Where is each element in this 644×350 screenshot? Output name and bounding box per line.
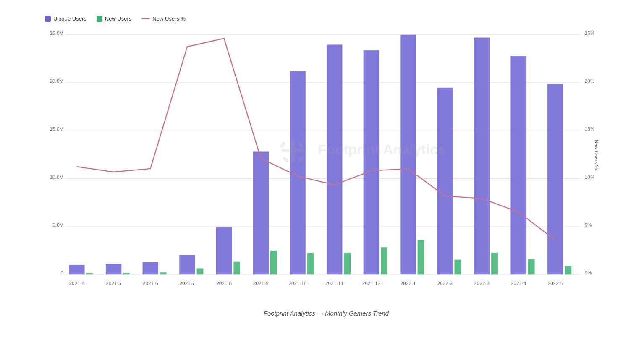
svg-text:2021-8: 2021-8 xyxy=(216,280,232,286)
svg-text:2021-4: 2021-4 xyxy=(69,280,84,286)
svg-rect-36 xyxy=(282,149,290,152)
legend-new-users-pct: New Users % xyxy=(141,16,186,22)
bar-unique-2021-6 xyxy=(143,262,158,275)
bar-new-2021-10 xyxy=(307,253,314,274)
svg-text:2021-12: 2021-12 xyxy=(362,280,380,286)
svg-text:2021-10: 2021-10 xyxy=(288,280,307,286)
bar-new-2022-1 xyxy=(418,240,424,274)
bar-new-2021-9 xyxy=(270,251,277,274)
svg-text:15%: 15% xyxy=(585,126,595,132)
svg-text:15.0M: 15.0M xyxy=(50,126,63,132)
svg-text:0%: 0% xyxy=(585,270,592,276)
bar-new-2021-8 xyxy=(233,262,240,275)
svg-text:New Users %: New Users % xyxy=(594,140,599,170)
svg-text:5.0M: 5.0M xyxy=(52,222,63,228)
svg-point-33 xyxy=(290,147,296,154)
chart-container: Unique Users New Users New Users % 0 5.0… xyxy=(11,7,633,343)
svg-text:10.0M: 10.0M xyxy=(50,174,63,180)
bar-new-2021-4 xyxy=(86,273,93,274)
legend-swatch-new-users-pct xyxy=(141,18,150,19)
svg-rect-37 xyxy=(296,149,305,152)
legend-label-new-users-pct: New Users % xyxy=(152,16,186,22)
svg-text:25%: 25% xyxy=(585,30,595,36)
bar-new-2022-3 xyxy=(491,253,498,274)
bar-unique-2022-5 xyxy=(547,84,563,274)
bar-new-2021-7 xyxy=(197,268,204,274)
legend-unique-users: Unique Users xyxy=(45,16,86,22)
chart-area: 0 5.0M 10.0M 15.0M 20.0M 25.0M 0% 5% 10%… xyxy=(45,29,607,306)
svg-text:2022-1: 2022-1 xyxy=(401,280,416,286)
bar-unique-2021-9 xyxy=(253,152,269,275)
svg-text:2021-6: 2021-6 xyxy=(143,280,158,286)
bar-unique-2021-12 xyxy=(364,50,379,274)
bar-new-2022-4 xyxy=(528,259,535,274)
svg-text:2021-9: 2021-9 xyxy=(253,280,269,286)
legend-new-users: New Users xyxy=(97,16,132,22)
bar-new-2021-5 xyxy=(123,273,130,274)
svg-text:2022-4: 2022-4 xyxy=(511,280,526,286)
svg-text:10%: 10% xyxy=(585,174,595,180)
svg-text:0: 0 xyxy=(61,270,64,276)
svg-text:2022-5: 2022-5 xyxy=(547,280,563,286)
svg-text:5%: 5% xyxy=(585,222,592,228)
legend-swatch-new-users xyxy=(97,16,102,22)
bar-new-2022-5 xyxy=(565,266,572,274)
legend-label-unique-users: Unique Users xyxy=(53,16,86,22)
svg-rect-38 xyxy=(279,141,286,149)
svg-text:20%: 20% xyxy=(585,78,595,84)
legend-label-new-users: New Users xyxy=(105,16,132,22)
svg-text:2021-5: 2021-5 xyxy=(106,280,121,286)
bar-unique-2022-2 xyxy=(437,88,453,274)
svg-text:25.0M: 25.0M xyxy=(50,30,63,36)
bar-new-2022-2 xyxy=(454,260,461,274)
bar-unique-2021-11 xyxy=(327,44,342,274)
bar-new-2021-6 xyxy=(160,272,167,274)
bar-new-2021-11 xyxy=(344,253,351,274)
svg-rect-35 xyxy=(291,154,295,162)
chart-svg: 0 5.0M 10.0M 15.0M 20.0M 25.0M 0% 5% 10%… xyxy=(45,29,607,306)
svg-rect-40 xyxy=(282,156,289,163)
bar-unique-2021-8 xyxy=(216,227,232,274)
bar-unique-2021-10 xyxy=(290,71,305,274)
chart-title: Footprint Analytics — Monthly Gamers Tre… xyxy=(45,310,607,317)
bar-unique-2022-4 xyxy=(510,56,526,274)
legend-swatch-unique-users xyxy=(45,16,51,22)
svg-text:Footprint Analytics: Footprint Analytics xyxy=(318,142,445,157)
svg-text:20.0M: 20.0M xyxy=(50,78,63,84)
bar-unique-2022-3 xyxy=(474,38,490,275)
chart-legend: Unique Users New Users New Users % xyxy=(45,16,607,22)
bar-new-2021-12 xyxy=(381,247,387,274)
svg-text:2021-11: 2021-11 xyxy=(325,280,343,286)
svg-text:2022-2: 2022-2 xyxy=(437,280,453,286)
svg-text:2021-7: 2021-7 xyxy=(180,280,195,286)
svg-text:2022-3: 2022-3 xyxy=(474,280,490,286)
bar-unique-2021-4 xyxy=(69,265,84,275)
bar-unique-2021-7 xyxy=(179,255,195,274)
svg-rect-34 xyxy=(291,139,295,147)
bar-unique-2021-5 xyxy=(106,264,121,275)
